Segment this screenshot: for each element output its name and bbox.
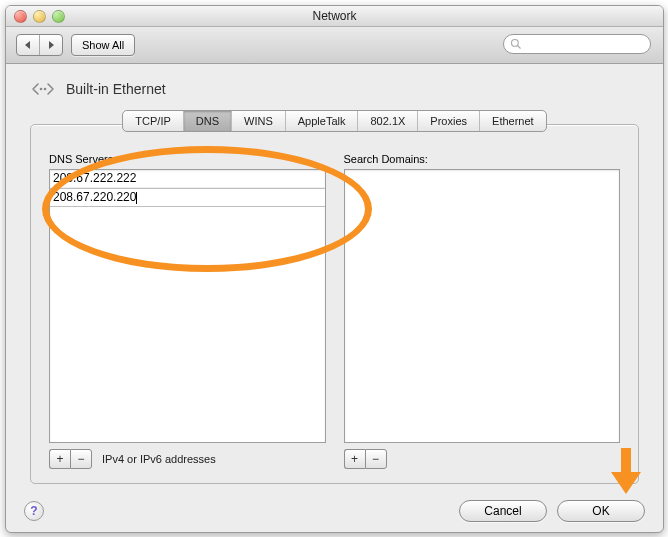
dns-column: DNS Servers: 208.67.222.222 208.67.220.2… [49, 153, 326, 469]
ethernet-icon [30, 78, 56, 100]
remove-search-domain-button[interactable]: − [365, 449, 387, 469]
dns-button-row: + − IPv4 or IPv6 addresses [49, 449, 326, 469]
list-item[interactable]: 208.67.220.220 [50, 188, 325, 207]
ok-button[interactable]: OK [557, 500, 645, 522]
nav-back-forward [16, 34, 63, 56]
remove-dns-button[interactable]: − [70, 449, 92, 469]
content-panel: DNS Servers: 208.67.222.222 208.67.220.2… [30, 124, 639, 484]
tab-ethernet[interactable]: Ethernet [480, 111, 546, 131]
minimize-window-button[interactable] [33, 10, 46, 23]
tab-dns[interactable]: DNS [184, 111, 232, 131]
tab-appletalk[interactable]: AppleTalk [286, 111, 359, 131]
list-item[interactable]: 208.67.222.222 [50, 170, 325, 188]
search-input[interactable] [503, 34, 651, 54]
tab-bar: TCP/IP DNS WINS AppleTalk 802.1X Proxies… [6, 110, 663, 132]
svg-point-5 [44, 88, 47, 91]
search-icon [510, 38, 522, 50]
search-domains-button-row: + − [344, 449, 621, 469]
svg-marker-1 [49, 41, 54, 49]
help-button[interactable]: ? [24, 501, 44, 521]
pane-header: Built-in Ethernet [6, 64, 663, 100]
titlebar: Network [6, 6, 663, 27]
back-button[interactable] [17, 35, 40, 55]
svg-point-2 [512, 40, 519, 47]
tab-proxies[interactable]: Proxies [418, 111, 480, 131]
toolbar: Show All [6, 27, 663, 64]
pane-title: Built-in Ethernet [66, 81, 166, 97]
add-search-domain-button[interactable]: + [344, 449, 365, 469]
traffic-lights [6, 10, 65, 23]
svg-point-4 [40, 88, 43, 91]
forward-button[interactable] [40, 35, 62, 55]
add-dns-button[interactable]: + [49, 449, 70, 469]
tab-wins[interactable]: WINS [232, 111, 286, 131]
svg-marker-0 [25, 41, 30, 49]
search-domains-label: Search Domains: [344, 153, 621, 165]
search-domains-list[interactable] [344, 169, 621, 443]
zoom-window-button[interactable] [52, 10, 65, 23]
window-title: Network [6, 9, 663, 23]
cancel-button[interactable]: Cancel [459, 500, 547, 522]
close-window-button[interactable] [14, 10, 27, 23]
dns-servers-list[interactable]: 208.67.222.222 208.67.220.220 [49, 169, 326, 443]
tab-8021x[interactable]: 802.1X [358, 111, 418, 131]
show-all-button[interactable]: Show All [71, 34, 135, 56]
footer: ? Cancel OK [24, 500, 645, 522]
svg-line-3 [518, 46, 521, 49]
dns-hint: IPv4 or IPv6 addresses [102, 453, 216, 465]
tab-tcpip[interactable]: TCP/IP [123, 111, 183, 131]
window: Network Show All [5, 5, 664, 533]
dns-servers-label: DNS Servers: [49, 153, 326, 165]
search-domains-column: Search Domains: + − [344, 153, 621, 469]
